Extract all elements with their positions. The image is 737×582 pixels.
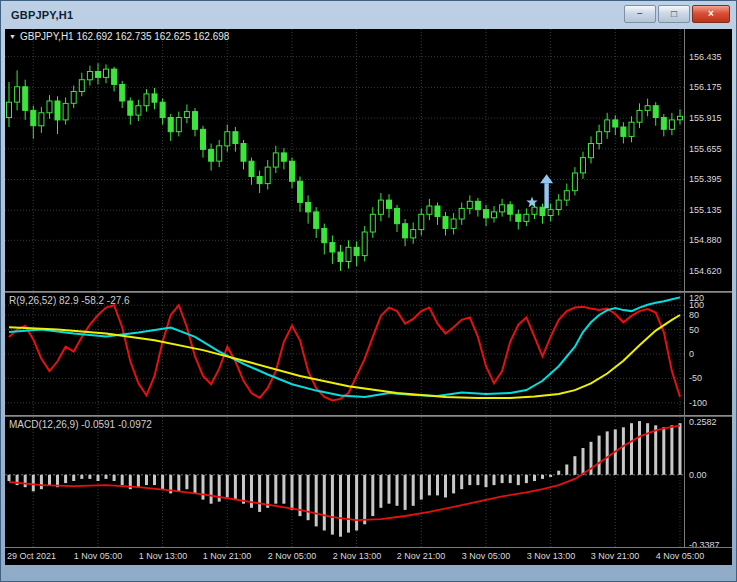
time-axis-label: 4 Nov 05:00 (640, 551, 720, 561)
minimize-icon: − (637, 9, 643, 19)
symbol-dropdown-icon[interactable]: ▼ (9, 33, 16, 40)
oscillator-axis-label: 100 (689, 300, 704, 310)
price-pane-label: ▼GBPJPY,H1 162.692 162.735 162.625 162.6… (9, 31, 229, 42)
mt4-window: GBPJPY,H1 − □ × 156.435156.175155.915155… (0, 0, 737, 582)
close-button[interactable]: × (692, 5, 730, 23)
price-axis-label: 155.395 (689, 174, 722, 184)
symbol-ohlc-text: GBPJPY,H1 162.692 162.735 162.625 162.69… (20, 31, 229, 42)
chart-area: 156.435156.175155.915155.655155.395155.1… (5, 29, 732, 563)
oscillator-pane-label: R(9,26,52) 82.9 -58.2 -27.6 (9, 295, 130, 306)
window-title: GBPJPY,H1 (5, 9, 73, 21)
time-axis-label: 29 Oct 2021 (7, 551, 56, 561)
macd-axis-label: 0.00 (689, 470, 707, 480)
oscillator-axis-label: -50 (689, 373, 702, 383)
macd-axis-label: 0.2582 (689, 417, 717, 427)
window-controls: − □ × (624, 5, 730, 23)
window-titlebar[interactable]: GBPJPY,H1 − □ × (5, 3, 732, 27)
price-axis-label: 154.620 (689, 266, 722, 276)
oscillator-axis-label: -100 (689, 398, 707, 408)
macd-pane-label: MACD(12,26,9) -0.0591 -0.0972 (9, 419, 152, 430)
grid-lines (5, 417, 684, 547)
price-axis[interactable]: 156.435156.175155.915155.655155.395155.1… (684, 29, 732, 291)
star-icon[interactable] (526, 197, 537, 208)
oscillator-axis-label: 0 (689, 349, 694, 359)
macd-signal-line (9, 426, 680, 521)
candlestick-series (7, 63, 683, 271)
time-axis[interactable]: 29 Oct 20211 Nov 05:001 Nov 13:001 Nov 2… (5, 547, 732, 565)
oscillator-axis-label: 50 (689, 325, 699, 335)
maximize-button[interactable]: □ (658, 5, 690, 23)
price-axis-label: 154.880 (689, 235, 722, 245)
macd-pane: 0.25820.00-0.3387 MACD(12,26,9) -0.0591 … (5, 417, 732, 547)
price-axis-label: 156.435 (689, 52, 722, 62)
oscillator-plot[interactable] (5, 293, 684, 415)
oscillator-pane: 12010080500-50-100 R(9,26,52) 82.9 -58.2… (5, 293, 732, 415)
maximize-icon: □ (671, 9, 677, 19)
price-axis-label: 155.655 (689, 144, 722, 154)
slow-line-yellow (9, 315, 680, 398)
price-axis-label: 155.135 (689, 205, 722, 215)
oscillator-axis[interactable]: 12010080500-50-100 (684, 293, 732, 415)
oscillator-axis-label: 80 (689, 310, 699, 320)
minimize-button[interactable]: − (624, 5, 656, 23)
close-icon: × (708, 9, 714, 19)
price-chart-plot[interactable] (5, 29, 684, 291)
price-pane: 156.435156.175155.915155.655155.395155.1… (5, 29, 732, 291)
macd-axis[interactable]: 0.25820.00-0.3387 (684, 417, 732, 547)
macd-plot[interactable] (5, 417, 684, 547)
price-axis-label: 155.915 (689, 113, 722, 123)
price-axis-label: 156.175 (689, 82, 722, 92)
mid-line-cyan (9, 297, 680, 397)
macd-axis-label: -0.3387 (689, 540, 720, 547)
